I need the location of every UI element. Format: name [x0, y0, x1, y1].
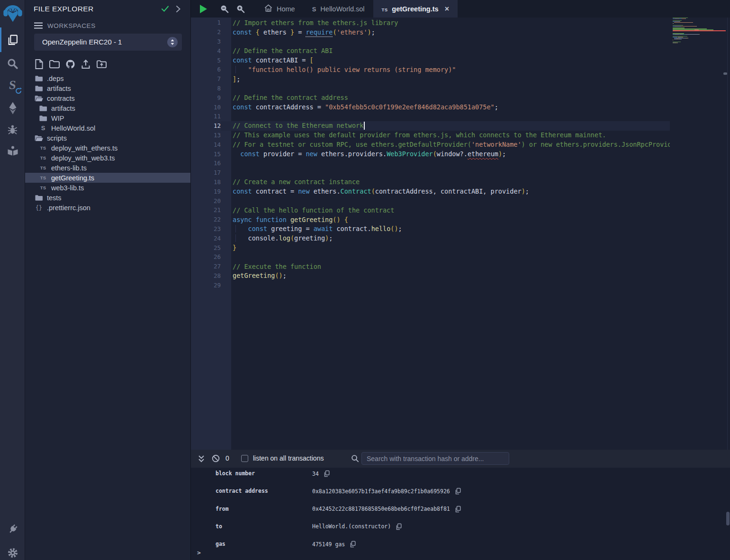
tab-home[interactable]: Home — [256, 0, 304, 18]
line-number: 17 — [191, 169, 221, 176]
field-label: gas — [216, 541, 225, 547]
file-tree-item-artifacts[interactable]: artifacts — [25, 103, 190, 113]
code-line-22: 22async function getGreeting() { — [191, 215, 670, 224]
zoom-in-icon[interactable] — [234, 3, 246, 15]
line-content: // Define the contract address — [221, 94, 348, 101]
typescript-icon: TS — [39, 175, 47, 180]
minimap-line — [673, 22, 693, 23]
check-icon[interactable] — [161, 5, 169, 14]
file-name: ethers-lib.ts — [51, 164, 87, 172]
file-tree-item--deps[interactable]: .deps — [25, 73, 190, 83]
file-tree-item-tests[interactable]: tests — [25, 193, 190, 203]
code-line-29: 29 — [191, 280, 670, 290]
listen-transactions-checkbox[interactable] — [241, 455, 248, 462]
terminal-search-input[interactable] — [361, 452, 509, 465]
plugin-manager-icon[interactable] — [0, 519, 25, 540]
file-explorer-icon[interactable] — [0, 29, 25, 50]
minimap-line — [673, 26, 697, 27]
file-tree-item-wip[interactable]: WIP — [25, 113, 190, 123]
tab-getgreeting-ts[interactable]: TSgetGreeting.ts× — [373, 0, 458, 18]
line-content: // Connect to the Ethereum network — [221, 122, 365, 130]
folder-icon — [35, 75, 43, 81]
clear-ban-icon[interactable] — [212, 454, 220, 464]
file-tree-item-helloworld-sol[interactable]: SHelloWorld.sol — [25, 123, 190, 133]
file-tree-item-getgreeting-ts[interactable]: TSgetGreeting.ts — [25, 173, 190, 183]
line-number: 12 — [191, 122, 221, 129]
file-tree-item-web3-lib-ts[interactable]: TSweb3-lib.ts — [25, 183, 190, 193]
file-name: getGreeting.ts — [51, 174, 94, 182]
solidity-compiler-icon[interactable]: S — [0, 75, 25, 96]
line-number: 5 — [191, 57, 221, 64]
line-number: 14 — [191, 141, 221, 148]
code-line-4: 4// Define the contract ABI — [191, 46, 670, 55]
copy-icon[interactable] — [455, 506, 461, 513]
code-line-16: 16 — [191, 159, 670, 168]
run-play-icon[interactable] — [197, 3, 209, 15]
code-line-12: 12// Connect to the Ethereum network — [191, 121, 670, 131]
deploy-run-icon[interactable] — [0, 98, 25, 118]
chevron-right-icon[interactable] — [176, 5, 181, 15]
field-value: 34 — [312, 471, 319, 477]
collapse-double-chevron-icon[interactable] — [198, 454, 205, 465]
file-tree-item-artifacts[interactable]: artifacts — [25, 83, 190, 93]
editor-tabbar: HomeSHelloWorld.solTSgetGreeting.ts× — [191, 0, 730, 18]
copy-icon[interactable] — [396, 523, 402, 530]
github-icon[interactable] — [65, 59, 75, 70]
zoom-out-icon[interactable] — [218, 3, 230, 15]
line-number: 1 — [191, 19, 221, 26]
transaction-row-gas: gas475149 gas — [191, 539, 730, 549]
workspace-select[interactable]: OpenZeppelin ERC20 - 1 — [34, 34, 182, 51]
workspace-select-updown-icon[interactable] — [167, 37, 178, 47]
terminal-scrollbar-thumb[interactable] — [726, 512, 730, 525]
file-name: scripts — [47, 134, 67, 142]
transaction-row-from: from0x42452c22c88178685850e68beb6cf0f2ae… — [191, 504, 730, 514]
workspaces-menu-icon[interactable] — [34, 22, 43, 31]
typescript-icon: TS — [382, 5, 388, 13]
minimap-line — [673, 40, 673, 40]
debugger-icon[interactable] — [0, 119, 25, 140]
new-file-icon[interactable] — [34, 59, 44, 70]
field-value: HelloWorld.(constructor) — [312, 523, 391, 530]
file-name: deploy_with_ethers.ts — [51, 144, 117, 152]
minimap-line — [673, 23, 673, 24]
line-content: // This example uses the default provide… — [221, 131, 606, 139]
copy-icon[interactable] — [324, 470, 330, 477]
file-tree-item-ethers-lib-ts[interactable]: TSethers-lib.ts — [25, 163, 190, 173]
line-content: const contract = new ethers.Contract(con… — [221, 187, 529, 195]
learneth-icon[interactable] — [0, 141, 25, 161]
tab-helloworld-sol[interactable]: SHelloWorld.sol — [304, 0, 373, 18]
search-icon[interactable] — [0, 53, 25, 74]
upload-file-icon[interactable] — [81, 59, 91, 70]
line-number: 27 — [191, 263, 221, 270]
copy-icon[interactable] — [455, 488, 461, 495]
close-icon[interactable]: × — [445, 5, 449, 13]
file-tree-item-deploy-with-ethers-ts[interactable]: TSdeploy_with_ethers.ts — [25, 143, 190, 153]
line-number: 15 — [191, 151, 221, 158]
new-folder-icon[interactable] — [49, 59, 60, 70]
line-number: 19 — [191, 188, 221, 195]
minimap[interactable] — [672, 18, 726, 450]
code-line-7: 7]; — [191, 74, 670, 84]
line-number: 6 — [191, 66, 221, 73]
file-tree-item-deploy-with-web3-ts[interactable]: TSdeploy_with_web3.ts — [25, 153, 190, 163]
line-number: 9 — [191, 94, 221, 101]
workspace-name: OpenZeppelin ERC20 - 1 — [42, 38, 122, 46]
terminal-prompt[interactable]: > — [197, 549, 718, 559]
copy-icon[interactable] — [350, 541, 356, 548]
code-line-13: 13// This example uses the default provi… — [191, 131, 670, 140]
upload-folder-icon[interactable] — [96, 59, 107, 70]
code-editor[interactable]: 1// Import ethers from the ethers.js lib… — [191, 18, 670, 450]
code-line-27: 27// Execute the function — [191, 262, 670, 271]
file-tree-item--prettierrc-json[interactable]: {}.prettierrc.json — [25, 203, 190, 213]
line-number: 25 — [191, 244, 221, 251]
file-tree-item-scripts[interactable]: scripts — [25, 133, 190, 143]
activity-iconbar: S — [0, 0, 25, 560]
file-tree-item-contracts[interactable]: contracts — [25, 93, 190, 103]
editor-scrollbar-thumb[interactable] — [723, 72, 727, 75]
settings-gear-icon[interactable] — [0, 542, 25, 560]
code-line-20: 20 — [191, 196, 670, 205]
field-value: 0x42452c22c88178685850e68beb6cf0f2aeab8f… — [312, 506, 450, 512]
transaction-row-block-number: block number34 — [191, 469, 730, 478]
file-explorer-panel: FILE EXPLORER WORKSPACES OpenZeppelin ER… — [25, 0, 191, 560]
file-name: artifacts — [47, 85, 71, 92]
